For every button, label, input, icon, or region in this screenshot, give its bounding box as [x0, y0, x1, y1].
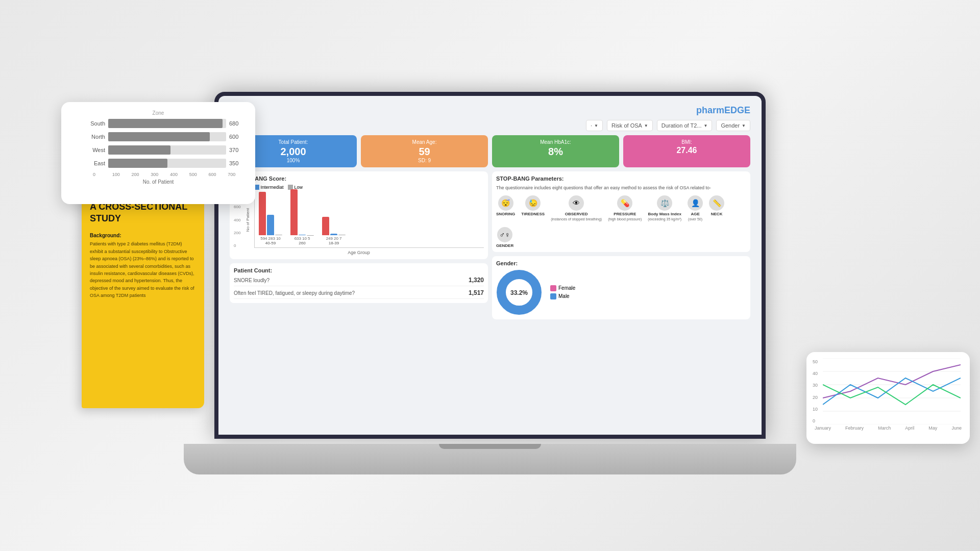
- gender-labels: Female Male: [550, 285, 575, 299]
- x-tick-300: 300: [151, 172, 170, 177]
- filter-gender[interactable]: Gender: [716, 120, 750, 131]
- filter-row: · Risk of OSA Duration of T2... Gender: [224, 118, 756, 133]
- x-tick-500: 500: [189, 172, 209, 177]
- filter-risk-osa[interactable]: Risk of OSA: [607, 120, 653, 131]
- logo-bar: pharmEDGE: [224, 101, 756, 118]
- bar-west-fill: [108, 145, 170, 155]
- line-chart-x-labels: January February March April May June: [813, 425, 964, 431]
- bars-40-59: [259, 184, 282, 235]
- bar-west: West 370: [85, 145, 247, 155]
- stat-bmi: BMI: 27.46: [623, 135, 750, 167]
- stopbang-score-title: STOP-BANG Score:: [234, 176, 484, 182]
- bar-north: North 600: [85, 132, 247, 141]
- snoring-label: SNORING: [496, 212, 515, 216]
- horiz-bar-chart: South 680 North 600 West 370: [85, 119, 247, 168]
- floating-line-chart-card: 50 40 30 20 10 0: [806, 352, 970, 444]
- param-gender: ♂♀ GENDER: [496, 227, 513, 248]
- pressure-icon: 💊: [617, 195, 632, 211]
- stat-bmi-value: 27.46: [629, 146, 744, 155]
- line-y-axis: 50 40 30 20 10 0: [813, 358, 823, 424]
- neck-icon: 📏: [709, 195, 724, 211]
- gender-panel-title: Gender:: [496, 260, 746, 266]
- x-label-mar: March: [878, 425, 891, 431]
- line-chart-svg: [823, 358, 961, 424]
- bar-18-39-inter: [330, 234, 337, 235]
- x-tick-200: 200: [132, 172, 151, 177]
- bar-40-59-high: [259, 192, 266, 235]
- bar-group-40-59: 594 283 10 40-59: [259, 184, 282, 245]
- bar-40-59-values: 594 283 10: [260, 236, 281, 241]
- gender-panel: Gender: 33.2%: [492, 256, 750, 319]
- bars-260: [290, 184, 314, 235]
- laptop-container: Zone South 680 North 600 West: [184, 77, 796, 474]
- book-bg-text: Patients with type 2 diabetes mellitus (…: [90, 240, 196, 299]
- patient-count-title: Patient Count:: [234, 267, 484, 273]
- bar-groups: 594 283 10 40-59: [254, 192, 484, 248]
- snore-question: SNORE loudly?: [234, 278, 469, 283]
- stat-age-sub: SD: 9: [367, 158, 482, 163]
- patient-item-snore: SNORE loudly? 1,320: [234, 277, 484, 286]
- param-snoring: 😴 SNORING: [496, 195, 515, 221]
- bar-260-high: [290, 189, 298, 235]
- bar-18-39-low: [338, 235, 346, 235]
- param-bmi: ⚖️ Body Mass Index (exceeding 35 kg/m²): [648, 195, 681, 221]
- filter-dot[interactable]: ·: [586, 120, 603, 131]
- observed-sublabel: (instances of stopped breathing): [551, 217, 602, 221]
- bar-north-label: North: [85, 134, 105, 140]
- x-tick-600: 600: [209, 172, 228, 177]
- patient-item-tired: Often feel TIRED, fatigued, or sleepy du…: [234, 289, 484, 299]
- filter-duration[interactable]: Duration of T2...: [657, 120, 713, 131]
- bar-west-track: [108, 145, 226, 155]
- pressure-label: PRESSURE: [614, 212, 636, 216]
- brand-edge: EDGE: [724, 105, 750, 115]
- x-label-apr: April: [905, 425, 914, 431]
- bar-north-track: [108, 132, 226, 141]
- left-column: STOP-BANG Score: High Intermediat: [230, 171, 488, 319]
- brand-logo: pharmEDGE: [696, 105, 750, 116]
- gender-chart-container: 33.2% Female Male: [496, 269, 746, 315]
- param-age: 👤 AGE (over 50): [688, 195, 703, 221]
- main-content: STOP-BANG Score: High Intermediat: [224, 169, 756, 321]
- stopbang-params-title: STOP-BANG Parameters:: [496, 176, 746, 182]
- dashboard: pharmEDGE · Risk of OSA Duration of T2..…: [218, 96, 762, 435]
- stats-row: Total Patient: 2,000 100% Mean Age: 59 S…: [224, 133, 756, 169]
- zone-label: Zone: [69, 110, 247, 116]
- bar-18-39-values: 249 20 7: [326, 236, 342, 241]
- bar-chart-wrapper: 800 600 400 200 0 No of Patient: [234, 192, 484, 248]
- observed-icon: 👁: [569, 195, 584, 211]
- bar-40-59-inter: [267, 215, 274, 235]
- donut-center-text: 33.2%: [510, 289, 528, 296]
- patient-count-panel: Patient Count: SNORE loudly? 1,320 Often…: [230, 263, 488, 303]
- female-label: Female: [550, 285, 575, 291]
- params-description: The questionnaire includes eight questio…: [496, 185, 746, 191]
- female-dot: [550, 285, 556, 291]
- tired-count: 1,517: [469, 289, 484, 296]
- bars-18-39: [322, 184, 346, 235]
- bar-group-18-39: 249 20 7 18-39: [322, 184, 346, 245]
- tiredness-icon: 😓: [525, 195, 541, 211]
- param-neck: 📏 NECK: [709, 195, 724, 221]
- x-label-jan: January: [815, 425, 831, 431]
- x-axis: 0 100 200 300 400 500 600 700: [93, 172, 247, 177]
- bar-40-59-label: 40-59: [265, 241, 276, 245]
- param-observed: 👁 OBSERVED (instances of stopped breathi…: [551, 195, 602, 221]
- floating-bar-chart-card: Zone South 680 North 600 West: [61, 102, 255, 204]
- x-axis-label: Age Group: [234, 250, 484, 255]
- bar-18-39-high: [322, 217, 329, 235]
- stat-age-label: Mean Age:: [367, 139, 482, 145]
- x-label-jun: June: [951, 425, 962, 431]
- bar-south-track: [108, 119, 226, 128]
- bar-east-track: [108, 159, 226, 168]
- line-chart-wrapper: 50 40 30 20 10 0: [813, 358, 964, 424]
- age-sublabel: (over 50): [688, 217, 702, 221]
- x-tick-100: 100: [112, 172, 132, 177]
- bar-west-label: West: [85, 147, 105, 153]
- snore-count: 1,320: [469, 277, 484, 284]
- bar-north-fill: [108, 132, 210, 141]
- stopbang-params-panel: STOP-BANG Parameters: The questionnaire …: [492, 171, 750, 252]
- gender-icon: ♂♀: [497, 227, 512, 242]
- female-text: Female: [558, 285, 575, 291]
- no-of-patient-label: No. of Patient: [69, 179, 247, 185]
- bar-260-inter: [299, 235, 306, 235]
- bar-group-260: 633 10 5 260: [290, 184, 314, 245]
